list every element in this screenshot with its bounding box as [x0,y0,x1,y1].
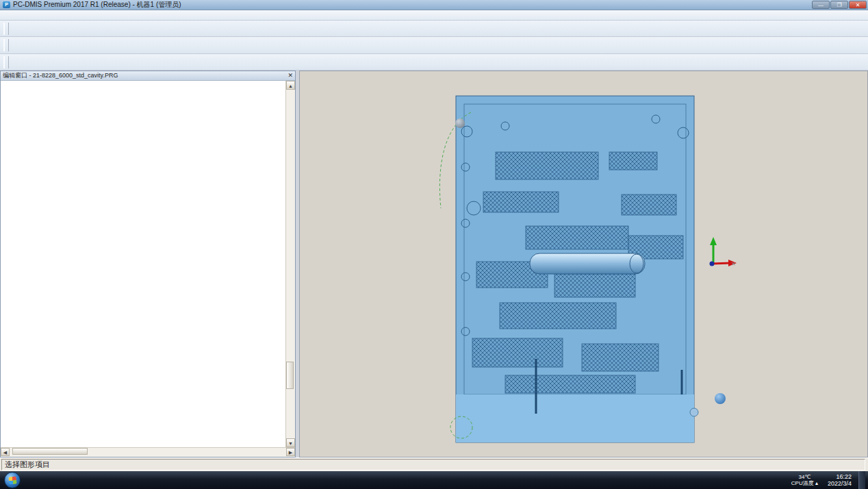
toolbar-grip[interactable] [3,56,9,68]
window-title: PC-DMIS Premium 2017 R1 (Release) - 机器1 … [13,0,181,10]
toolbar-grip[interactable] [3,23,9,35]
toolbar-main [0,21,868,37]
clock-time: 16:22 [828,473,852,480]
start-button[interactable] [4,472,21,488]
windows-logo-icon [8,476,16,484]
scroll-down-icon[interactable]: ▼ [286,438,295,447]
system-tray: 34℃ CPU温度 ▴ 16:22 2022/3/4 [788,471,868,489]
status-bar: 选择图形项目 [0,457,868,471]
menu-bar [0,10,868,21]
editor-vertical-scrollbar[interactable]: ▲ ▼ [285,81,295,447]
measurement-report-text[interactable] [1,81,285,447]
clock-date: 2022/3/4 [828,480,852,487]
cpu-temp-value: 34℃ [791,474,818,480]
clock[interactable]: 16:22 2022/3/4 [828,473,852,487]
taskbar: 34℃ CPU温度 ▴ 16:22 2022/3/4 [0,471,868,489]
title-bar: P PC-DMIS Premium 2017 R1 (Release) - 机器… [0,0,868,10]
edit-window-title: 编辑窗口 - 21-8228_6000_std_cavity.PRG [3,71,118,80]
status-message: 选择图形项目 [1,459,865,471]
edit-window: 编辑窗口 - 21-8228_6000_std_cavity.PRG ✕ ▲ ▼… [0,71,296,457]
feature-label-layer [300,71,867,457]
scrollbar-thumb[interactable] [12,448,88,455]
graphics-view[interactable]: ✕ [299,71,868,457]
edit-window-close-icon[interactable]: ✕ [288,73,293,79]
editor-horizontal-scrollbar[interactable]: ◀ ▶ [1,447,295,457]
cpu-temp-label: CPU温度 ▴ [791,480,818,486]
scroll-right-icon[interactable]: ▶ [286,448,295,456]
pcdmis-window: P PC-DMIS Premium 2017 R1 (Release) - 机器… [0,0,868,489]
scrollbar-thumb[interactable] [286,362,294,389]
scroll-up-icon[interactable]: ▲ [286,81,295,90]
toolbar-features [0,37,868,54]
restore-button[interactable]: ❐ [830,1,848,9]
cpu-temp-widget[interactable]: 34℃ CPU温度 ▴ [791,474,818,486]
close-button[interactable]: ✕ [849,1,867,9]
edit-window-header[interactable]: 编辑窗口 - 21-8228_6000_std_cavity.PRG ✕ [1,71,295,81]
minimize-button[interactable]: — [812,1,830,9]
toolbar-grip[interactable] [3,39,9,51]
show-desktop-button[interactable] [858,471,865,489]
scroll-left-icon[interactable]: ◀ [1,448,10,456]
toolbar-graphics [0,54,868,71]
app-icon: P [3,1,10,8]
